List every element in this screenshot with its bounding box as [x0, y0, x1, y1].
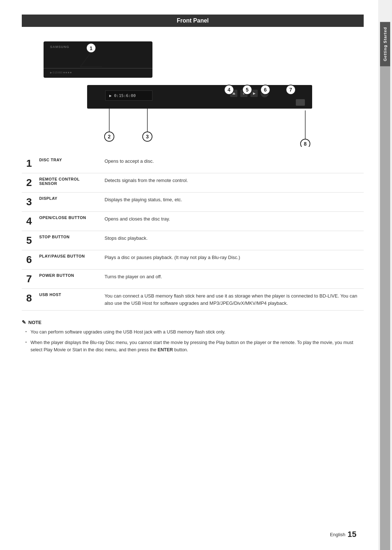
item-description: Detects signals from the remote control.: [102, 173, 364, 193]
note-icon: ✎: [22, 319, 26, 325]
note-title: ✎ NOTE: [22, 319, 364, 325]
open-close-btn-icon: ⏏: [230, 90, 237, 97]
diagram-area: SAMSUNG ▶ 0:15:600 ■ ■ ■ ■ ▶ 0:15:6:00 ⏏…: [22, 31, 364, 147]
table-row: 1DISC TRAYOpens to accept a disc.: [22, 154, 364, 173]
item-description: Opens to accept a disc.: [102, 154, 364, 173]
item-number: 3: [22, 193, 36, 212]
item-description: Turns the player on and off.: [102, 270, 364, 289]
item-label: DISC TRAY: [36, 154, 102, 173]
item-description: You can connect a USB memory flash stick…: [102, 289, 364, 311]
svg-point-5: [105, 132, 114, 141]
svg-point-23: [301, 139, 310, 147]
page-number: 15: [348, 530, 356, 539]
svg-text:3: 3: [146, 134, 149, 139]
note-item: You can perform software upgrades using …: [25, 329, 364, 336]
device-front-unit: ▶ 0:15:6:00 ⏏ ■ ▶ ⏻: [87, 85, 312, 109]
item-description: Displays the playing status, time, etc.: [102, 193, 364, 212]
play-btn-icon: ▶: [250, 90, 258, 97]
table-row: 7POWER BUTTONTurns the player on and off…: [22, 270, 364, 289]
front-buttons: ⏏ ■ ▶ ⏻: [230, 89, 269, 97]
item-description: Plays a disc or pauses playback. (It may…: [102, 250, 364, 270]
item-label: POWER BUTTON: [36, 270, 102, 289]
table-row: 3DISPLAYDisplays the playing status, tim…: [22, 193, 364, 212]
note-section: ✎ NOTE You can perform software upgrades…: [22, 319, 364, 353]
item-label: PLAY/PAUSE BUTTON: [36, 250, 102, 270]
item-label: OPEN/CLOSE BUTTON: [36, 212, 102, 231]
item-number: 8: [22, 289, 36, 311]
device-small-display: ▶ 0:15:600 ■ ■ ■ ■: [50, 71, 72, 74]
item-number: 7: [22, 270, 36, 289]
note-item: When the player displays the Blu-ray Dis…: [25, 339, 364, 353]
device-top-unit: SAMSUNG ▶ 0:15:600 ■ ■ ■ ■: [44, 41, 152, 78]
item-number: 6: [22, 250, 36, 270]
device-display: ▶ 0:15:6:00: [105, 90, 152, 101]
svg-text:2: 2: [108, 134, 111, 139]
section-header: Front Panel: [22, 15, 364, 27]
sidebar-tab-label: Getting Started: [380, 22, 390, 66]
item-description: Stops disc playback.: [102, 231, 364, 250]
stop-btn-icon: ■: [240, 90, 248, 97]
item-number: 5: [22, 231, 36, 250]
item-number: 1: [22, 154, 36, 173]
page-footer: English 15: [330, 530, 356, 539]
item-label: STOP BUTTON: [36, 231, 102, 250]
item-number: 4: [22, 212, 36, 231]
item-number: 2: [22, 173, 36, 193]
table-row: 6PLAY/PAUSE BUTTONPlays a disc or pauses…: [22, 250, 364, 270]
note-list: You can perform software upgrades using …: [22, 329, 364, 353]
table-row: 4OPEN/CLOSE BUTTONOpens and closes the d…: [22, 212, 364, 231]
svg-point-8: [143, 132, 152, 141]
power-btn-icon: ⏻: [261, 89, 269, 97]
svg-text:8: 8: [304, 141, 307, 147]
item-label: REMOTE CONTROL SENSOR: [36, 173, 102, 193]
usb-port-icon: [296, 99, 305, 106]
table-row: 8USB HOSTYou can connect a USB memory fl…: [22, 289, 364, 311]
item-label: USB HOST: [36, 289, 102, 311]
item-description: Opens and closes the disc tray.: [102, 212, 364, 231]
item-label: DISPLAY: [36, 193, 102, 212]
table-row: 5STOP BUTTONStops disc playback.: [22, 231, 364, 250]
table-row: 2REMOTE CONTROL SENSORDetects signals fr…: [22, 173, 364, 193]
right-sidebar: Getting Started: [378, 0, 392, 550]
items-table: 1DISC TRAYOpens to accept a disc.2REMOTE…: [22, 154, 364, 311]
brand-label: SAMSUNG: [50, 45, 69, 49]
page-language: English: [330, 532, 346, 537]
note-label: NOTE: [28, 320, 41, 325]
sidebar-gray-block: [380, 66, 390, 550]
